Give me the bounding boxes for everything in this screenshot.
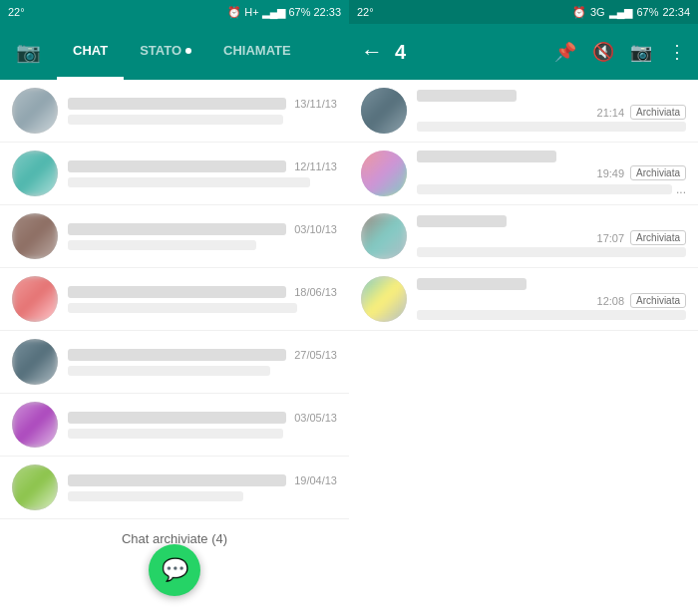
status-bar-left: 22° ⏰ H+ ▂▄▆ 67% 22:33	[0, 0, 349, 24]
list-item[interactable]: 18/06/13	[0, 268, 349, 331]
left-panel: 22° ⏰ H+ ▂▄▆ 67% 22:33 📷 CHAT STATO CHIA…	[0, 0, 349, 616]
archived-name-blur	[417, 278, 526, 290]
chat-preview-blur	[68, 366, 270, 376]
chat-content: 03/10/13	[68, 223, 337, 250]
archived-badge: Archiviata	[630, 105, 686, 120]
avatar	[12, 339, 58, 385]
list-item[interactable]: 27/05/13	[0, 331, 349, 394]
archived-msg-blur	[417, 310, 686, 320]
chat-name-blur	[68, 160, 286, 172]
list-item[interactable]: 12/11/13	[0, 143, 349, 205]
more-icon[interactable]: ⋮	[664, 37, 690, 67]
archived-badge: Archiviata	[630, 230, 686, 245]
tab-chat[interactable]: CHAT	[57, 24, 124, 80]
avatar	[12, 402, 58, 448]
signal-right: ▂▄▆	[609, 6, 633, 19]
list-item[interactable]: 03/10/13	[0, 205, 349, 268]
time-left: 22:33	[313, 6, 341, 18]
chat-content: 03/05/13	[68, 412, 337, 439]
list-item[interactable]: 12:08 Archiviata	[349, 268, 698, 331]
avatar	[361, 276, 407, 322]
chat-preview-blur	[68, 491, 243, 501]
network-type-left: H+	[244, 6, 258, 18]
status-right-info: ⏰ 3G ▂▄▆ 67% 22:34	[572, 6, 690, 19]
temperature-left: 22°	[8, 6, 25, 18]
chat-content-right: 19:49 Archiviata ...	[417, 151, 686, 196]
archived-chat-list: 21:14 Archiviata 19:49 Archiviata	[349, 80, 698, 616]
header-actions: 📌 🔇 📷 ⋮	[550, 37, 690, 67]
list-item[interactable]: 19:49 Archiviata ...	[349, 143, 698, 205]
archived-name-blur	[417, 90, 517, 102]
chat-content-right: 21:14 Archiviata	[417, 90, 686, 132]
avatar	[361, 213, 407, 259]
chat-content: 18/06/13	[68, 286, 337, 313]
chat-content: 27/05/13	[68, 349, 337, 376]
chat-time: 03/05/13	[294, 412, 337, 424]
chat-name-blur	[68, 223, 286, 235]
chat-name-blur	[68, 98, 286, 110]
list-item[interactable]: 19/04/13	[0, 457, 349, 519]
tab-chiamate[interactable]: CHIAMATE	[207, 24, 307, 80]
tabs-container: CHAT STATO CHIAMATE	[57, 24, 333, 80]
avatar	[12, 151, 58, 196]
status-bar-right: 22° ⏰ 3G ▂▄▆ 67% 22:34	[349, 0, 698, 24]
temp-right: 22°	[357, 6, 374, 18]
chat-preview-blur	[68, 177, 310, 187]
pin-icon[interactable]: 📌	[550, 37, 580, 67]
chat-name-blur	[68, 474, 286, 486]
chat-preview-blur	[68, 303, 297, 313]
chat-content: 12/11/13	[68, 160, 337, 187]
chat-content: 13/11/13	[68, 98, 337, 125]
network-right: 3G	[590, 6, 605, 18]
back-button[interactable]: ←	[357, 35, 387, 69]
archived-msg-blur	[417, 184, 672, 194]
alarm-icon: ⏰	[227, 6, 241, 19]
chat-time: 19/04/13	[294, 474, 337, 486]
avatar	[361, 88, 407, 134]
avatar	[12, 276, 58, 322]
archived-name-blur	[417, 151, 556, 162]
list-item[interactable]: 17:07 Archiviata	[349, 205, 698, 268]
signal-left: ▂▄▆	[262, 6, 286, 19]
stato-dot	[185, 48, 191, 54]
time-right: 22:34	[662, 6, 690, 18]
list-item[interactable]: 21:14 Archiviata	[349, 80, 698, 143]
chat-preview-blur	[68, 429, 283, 439]
header-right: ← 4 📌 🔇 📷 ⋮	[349, 24, 698, 80]
list-item[interactable]: 13/11/13	[0, 80, 349, 143]
chat-content-right: 12:08 Archiviata	[417, 278, 686, 320]
archived-time: 21:14	[597, 107, 625, 119]
tab-stato[interactable]: STATO	[124, 24, 207, 80]
battery-right: 67%	[636, 6, 658, 18]
archived-time: 12:08	[597, 295, 625, 307]
status-left-info: 22°	[8, 6, 25, 18]
camera-icon-right[interactable]: 📷	[626, 37, 656, 67]
chat-time: 12/11/13	[294, 160, 337, 172]
archived-count: 4	[395, 41, 542, 64]
camera-icon-left[interactable]: 📷	[16, 40, 41, 64]
avatar	[361, 151, 407, 196]
list-item[interactable]: 03/05/13	[0, 394, 349, 457]
battery-left: 67%	[288, 6, 310, 18]
status-right-info: ⏰ H+ ▂▄▆ 67% 22:33	[227, 6, 341, 19]
compose-fab[interactable]: 💬	[149, 544, 200, 596]
chat-name-blur	[68, 412, 286, 424]
header-left: 📷 CHAT STATO CHIAMATE	[0, 24, 349, 80]
chat-content-right: 17:07 Archiviata	[417, 215, 686, 257]
chat-time: 13/11/13	[294, 98, 337, 110]
chat-name-blur	[68, 349, 286, 361]
chat-name-blur	[68, 286, 286, 298]
archived-msg-blur	[417, 122, 686, 132]
archived-badge: Archiviata	[630, 165, 686, 180]
archived-msg-blur	[417, 247, 686, 257]
avatar	[12, 88, 58, 134]
archived-time: 17:07	[597, 232, 625, 244]
compose-icon: 💬	[162, 557, 188, 583]
mute-icon[interactable]: 🔇	[588, 37, 618, 67]
archived-badge: Archiviata	[630, 293, 686, 308]
chat-content: 19/04/13	[68, 474, 337, 501]
chat-time: 03/10/13	[294, 223, 337, 235]
chat-time: 18/06/13	[294, 286, 337, 298]
avatar	[12, 213, 58, 259]
avatar	[12, 464, 58, 510]
